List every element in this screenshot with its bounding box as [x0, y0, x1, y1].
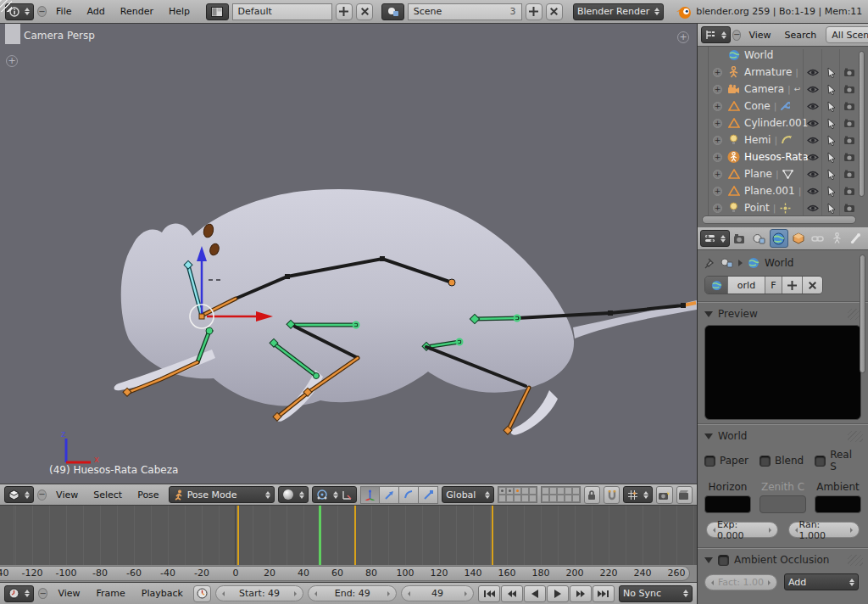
- outliner-vertical-scrollbar[interactable]: [859, 51, 865, 197]
- transform-orientation-dropdown[interactable]: Global: [442, 486, 493, 503]
- selectable-toggle-cursor-icon[interactable]: [825, 184, 838, 198]
- horizon-color-swatch[interactable]: [704, 495, 751, 513]
- outliner-scope-dropdown[interactable]: All Scen: [826, 26, 868, 43]
- outliner-row-plane[interactable]: + Plane|: [698, 165, 868, 182]
- outliner-row-huesos-rata[interactable]: + Huesos-Rata: [698, 148, 868, 165]
- outliner-row-armature[interactable]: + Armature|: [698, 64, 868, 81]
- hide-toggle-eye-icon[interactable]: [806, 150, 820, 164]
- tab-scene[interactable]: [750, 229, 769, 248]
- snap-toggle-button[interactable]: [604, 486, 620, 504]
- menu-view[interactable]: View: [743, 30, 776, 41]
- hide-toggle-eye-icon[interactable]: [806, 116, 820, 130]
- outliner-row-plane001[interactable]: + Plane.001|: [698, 182, 868, 199]
- delete-layout-button[interactable]: [356, 3, 373, 20]
- menu-view[interactable]: View: [52, 588, 86, 599]
- screen-layout-icon-button[interactable]: [206, 3, 229, 20]
- outliner-row-point[interactable]: + Point|: [698, 199, 868, 216]
- translate-manipulator-button[interactable]: [380, 486, 399, 504]
- range-slider[interactable]: Ran: 1.000: [788, 522, 860, 538]
- world-panel-header[interactable]: World: [698, 425, 868, 445]
- expand-icon[interactable]: +: [713, 68, 722, 77]
- menu-help[interactable]: Help: [163, 6, 196, 17]
- tab-world[interactable]: [770, 229, 788, 248]
- ao-factor-slider[interactable]: Fact: 1.00: [704, 574, 777, 590]
- collapse-menus-button[interactable]: −: [37, 6, 47, 17]
- collapse-menus-button[interactable]: −: [732, 30, 741, 41]
- current-frame-marker[interactable]: [319, 506, 321, 565]
- new-id-button[interactable]: [782, 277, 802, 294]
- collapse-menus-button[interactable]: −: [37, 489, 47, 501]
- selectable-toggle-cursor-icon[interactable]: [825, 65, 838, 79]
- scene-context-icon[interactable]: [721, 258, 733, 268]
- ao-enable-checkbox[interactable]: [718, 555, 729, 566]
- selectable-toggle-cursor-icon[interactable]: [825, 167, 838, 181]
- properties-vertical-scrollbar[interactable]: [860, 254, 865, 373]
- window-resize-grip[interactable]: [0, 0, 12, 12]
- add-scene-button[interactable]: [526, 3, 542, 20]
- render-engine-dropdown[interactable]: Blender Render: [573, 3, 664, 20]
- unlink-id-button[interactable]: [802, 277, 822, 294]
- scene-name-field[interactable]: Scene 3: [408, 3, 522, 20]
- id-name-field[interactable]: orld: [727, 277, 765, 294]
- manipulator-axes-button[interactable]: [360, 486, 380, 504]
- menu-search[interactable]: Search: [779, 30, 823, 41]
- frame-end-field[interactable]: End: 49: [308, 585, 397, 601]
- render-toggle-camera-icon[interactable]: [843, 133, 856, 147]
- tab-armature[interactable]: [827, 229, 846, 248]
- render-toggle-camera-icon[interactable]: [843, 150, 856, 164]
- menu-view[interactable]: View: [50, 489, 84, 501]
- fake-user-button[interactable]: F: [765, 277, 782, 294]
- scale-manipulator-button[interactable]: [419, 486, 438, 504]
- timeline-tracks[interactable]: [0, 506, 697, 565]
- sync-mode-dropdown[interactable]: No Sync: [619, 585, 693, 602]
- render-toggle-camera-icon[interactable]: [843, 82, 856, 96]
- tab-bone[interactable]: [847, 229, 865, 248]
- preview-panel-header[interactable]: Preview: [698, 303, 868, 323]
- menu-select[interactable]: Select: [87, 489, 128, 501]
- tab-constraints[interactable]: [808, 229, 826, 248]
- paper-sky-checkbox[interactable]: [704, 456, 715, 467]
- selectable-toggle-cursor-icon[interactable]: [825, 99, 838, 113]
- prev-keyframe-button[interactable]: [501, 585, 523, 602]
- jump-to-start-button[interactable]: [478, 585, 500, 602]
- jump-to-end-button[interactable]: [593, 585, 615, 602]
- selectable-toggle-cursor-icon[interactable]: [825, 133, 838, 147]
- render-toggle-camera-icon[interactable]: [843, 184, 856, 198]
- play-button[interactable]: [547, 585, 569, 602]
- play-reverse-button[interactable]: [524, 585, 546, 602]
- hide-toggle-eye-icon[interactable]: [806, 65, 820, 79]
- lock-to-scene-button[interactable]: [584, 486, 600, 504]
- screen-layout-name-field[interactable]: Default: [232, 3, 332, 20]
- menu-playback[interactable]: Playback: [136, 588, 189, 599]
- add-layout-button[interactable]: [336, 3, 353, 20]
- expand-icon[interactable]: +: [713, 136, 722, 145]
- layers-widget-a[interactable]: [498, 486, 537, 503]
- zenith-color-swatch[interactable]: [760, 495, 806, 513]
- ao-panel-header[interactable]: Ambient Occlusion: [698, 549, 868, 569]
- preview-range-button[interactable]: [193, 585, 211, 602]
- outliner-row-cone[interactable]: + Cone|: [698, 98, 868, 115]
- editor-type-outliner-button[interactable]: [701, 26, 731, 43]
- spine-tip-joint[interactable]: [448, 279, 455, 286]
- viewport-shading-dropdown[interactable]: [278, 486, 309, 503]
- pivot-point-dropdown[interactable]: [312, 486, 357, 503]
- delete-scene-button[interactable]: [546, 3, 563, 20]
- render-toggle-camera-icon[interactable]: [843, 99, 856, 113]
- world-breadcrumb-icon[interactable]: [748, 257, 760, 269]
- opengl-render-button[interactable]: [656, 486, 672, 504]
- tab-object[interactable]: [789, 229, 808, 248]
- render-toggle-camera-icon[interactable]: [843, 167, 856, 181]
- timeline-ruler[interactable]: -140-120-100-80-60-40-200204060801001201…: [0, 565, 697, 582]
- snap-element-dropdown[interactable]: [623, 486, 653, 503]
- editor-type-properties-button[interactable]: [700, 230, 730, 247]
- 3d-viewport[interactable]: Camera Persp + + z x (49) Huesos-Rata Ca…: [0, 24, 697, 484]
- menu-file[interactable]: File: [50, 6, 77, 17]
- expand-icon[interactable]: +: [713, 85, 722, 94]
- expand-icon[interactable]: +: [713, 153, 722, 162]
- editor-type-timeline-button[interactable]: [4, 585, 34, 602]
- outliner-horizontal-scrollbar[interactable]: [702, 215, 856, 224]
- expand-icon[interactable]: +: [713, 119, 722, 128]
- panel-collapse-icon[interactable]: [704, 311, 713, 317]
- pin-icon[interactable]: [704, 258, 715, 269]
- exposure-slider[interactable]: Exp: 0.000: [706, 522, 778, 538]
